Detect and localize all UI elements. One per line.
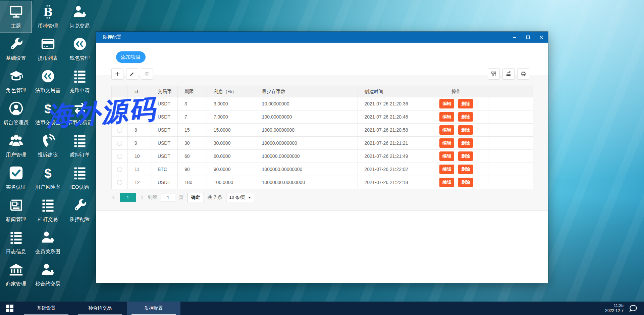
pencil-icon xyxy=(129,71,135,77)
confirm-page-button[interactable]: 确定 xyxy=(187,193,204,202)
table-row[interactable]: 7 USDT 7 7.0000 100.00000000 2021-07-26 … xyxy=(112,110,533,124)
maximize-icon xyxy=(526,35,530,39)
add-project-button[interactable]: 添加项目 xyxy=(116,51,146,63)
desktop-item-user-risk[interactable]: 用户风险率 xyxy=(32,162,64,194)
chevron-down-icon xyxy=(248,197,251,198)
edit-button[interactable]: 编辑 xyxy=(439,178,454,187)
desktop-item-user-manage[interactable]: 用户管理 xyxy=(0,130,32,162)
table-row[interactable]: 11 BTC 90 90.0000 1000000.00000000 2021-… xyxy=(112,163,533,176)
table-row[interactable]: 12 USDT 180 100.0000 10000000.00000000 2… xyxy=(112,176,533,189)
row-radio[interactable] xyxy=(117,101,122,106)
desktop-item-pledge-config[interactable]: 质押配置 xyxy=(64,194,96,226)
taskbar-clock[interactable]: 11:25 2022-12-7 xyxy=(605,303,624,313)
desktop-item-complaint[interactable]: 投诉建议 xyxy=(32,130,64,162)
desktop-item-theme[interactable]: 主题 xyxy=(0,1,32,33)
goto-page-input[interactable] xyxy=(161,193,175,202)
desktop-item-merchant-manage[interactable]: 商家管理 xyxy=(0,259,32,291)
delete-button[interactable]: 删除 xyxy=(458,178,473,187)
desktop-item-role-manage[interactable]: 角色管理 xyxy=(0,65,32,97)
prev-page-button[interactable] xyxy=(111,195,116,200)
delete-button[interactable]: 删除 xyxy=(458,165,473,174)
edit-row-button[interactable] xyxy=(126,68,138,80)
maximize-button[interactable] xyxy=(521,32,535,43)
row-radio[interactable] xyxy=(117,167,122,172)
row-radio[interactable] xyxy=(117,154,122,159)
desktop-item-label: 角色管理 xyxy=(6,87,26,94)
desktop-item-admin[interactable]: 后台管理员 xyxy=(0,97,32,130)
desktop-item-label: 主题 xyxy=(11,23,21,29)
page-size-value: 10 条/页 xyxy=(229,194,246,200)
desktop-item-label: 钱包管理 xyxy=(70,55,90,61)
delete-button[interactable]: 删除 xyxy=(458,112,473,122)
desktop-item-leverage-trade[interactable]: 杠杆交易 xyxy=(32,194,64,226)
table-row[interactable]: 6 USDT 3 3.0000 10.00000000 2021-07-26 2… xyxy=(112,97,533,110)
current-page-button[interactable]: 1 xyxy=(120,193,136,202)
edit-button[interactable]: 编辑 xyxy=(439,112,454,122)
newspaper-icon xyxy=(9,198,23,214)
edit-button[interactable]: 编辑 xyxy=(439,151,454,161)
page-size-select[interactable]: 10 条/页 xyxy=(226,193,255,202)
edit-button[interactable]: 编辑 xyxy=(439,138,454,148)
row-radio[interactable] xyxy=(117,180,122,185)
chevron-left-icon xyxy=(111,195,116,200)
desktop-item-fiat-trade-demand[interactable]: 法币交易需 xyxy=(32,65,64,97)
desktop-item-pledge-order[interactable]: 质押订单 xyxy=(64,130,96,162)
desktop-item-log-info[interactable]: 日志信息 xyxy=(0,226,32,259)
desktop-item-second-contract[interactable]: 秒合约交易 xyxy=(32,259,64,291)
edit-button[interactable]: 编辑 xyxy=(439,99,454,108)
desktop-item-kyc[interactable]: 实名认证 xyxy=(0,162,32,194)
desktop-item-news-manage[interactable]: 新闻管理 xyxy=(0,194,32,226)
row-radio[interactable] xyxy=(117,128,122,133)
table-row[interactable]: 10 USDT 60 60.0000 100000.00000000 2021-… xyxy=(112,150,533,163)
delete-row-button[interactable] xyxy=(141,68,153,80)
desktop-item-fiat-trade-info[interactable]: 法币交易信 xyxy=(32,97,64,130)
window-titlebar[interactable]: 质押配置 xyxy=(96,32,548,43)
chat-bubble-icon[interactable] xyxy=(629,304,638,313)
taskbar-item-second-contract[interactable]: 秒合约交易 xyxy=(73,302,127,315)
columns-toggle-button[interactable] xyxy=(488,68,500,80)
col-header-term: 期限 xyxy=(177,86,207,97)
cell-coin: USDT xyxy=(151,137,177,150)
start-button[interactable] xyxy=(0,302,19,315)
delete-button[interactable]: 删除 xyxy=(458,151,473,161)
export-button[interactable] xyxy=(502,68,515,80)
cell-created: 2021-07-26 21:22:18 xyxy=(358,176,424,189)
export-icon xyxy=(505,71,512,77)
table-row[interactable]: 8 USDT 15 15.0000 1000.00000000 2021-07-… xyxy=(112,124,533,137)
table-row[interactable]: 9 USDT 30 30.0000 10000.00000000 2021-07… xyxy=(112,137,533,150)
cell-empty xyxy=(488,137,533,150)
show-desktop-divider[interactable] xyxy=(643,303,643,314)
delete-button[interactable]: 删除 xyxy=(458,125,473,135)
cell-interest: 7.0000 xyxy=(207,110,255,124)
edit-button[interactable]: 编辑 xyxy=(439,125,454,135)
desktop-item-label: 法币交易需 xyxy=(35,87,60,94)
desktop-item-deposit-apply[interactable]: 充币申请 xyxy=(64,65,96,97)
desktop-item-coin-trade-record[interactable]: 币币交易记 xyxy=(64,97,96,130)
taskbar-item-basic-settings[interactable]: 基础设置 xyxy=(19,302,73,315)
list-icon xyxy=(72,133,87,149)
delete-button[interactable]: 删除 xyxy=(458,138,473,148)
cell-term: 60 xyxy=(177,150,207,163)
desktop-item-coin-manage[interactable]: 币种管理 xyxy=(32,1,64,33)
minimize-button[interactable] xyxy=(508,32,521,43)
row-radio[interactable] xyxy=(117,115,122,120)
phone-icon xyxy=(41,133,55,149)
close-button[interactable] xyxy=(535,32,548,43)
edit-button[interactable]: 编辑 xyxy=(439,165,454,174)
minimize-icon xyxy=(513,35,517,39)
desktop-item-member-graph[interactable]: 会员关系图 xyxy=(32,226,64,259)
desktop-item-withdraw-list[interactable]: 提币列表 xyxy=(32,33,64,65)
col-header-empty xyxy=(488,86,533,97)
delete-button[interactable]: 删除 xyxy=(458,99,473,108)
taskbar-item-pledge-config[interactable]: 质押配置 xyxy=(127,302,180,315)
desktop-item-wallet-manage[interactable]: 钱包管理 xyxy=(64,33,96,65)
desktop-item-label: 提币列表 xyxy=(38,55,58,61)
next-page-button[interactable] xyxy=(140,195,144,200)
desktop-item-flash-exchange[interactable]: 闪兑交易 xyxy=(64,1,96,33)
cell-interest: 3.0000 xyxy=(207,97,255,110)
print-button[interactable] xyxy=(517,68,529,80)
desktop-item-basic-settings[interactable]: 基础设置 xyxy=(0,33,32,65)
row-radio[interactable] xyxy=(117,141,122,146)
add-row-button[interactable] xyxy=(111,68,123,80)
desktop-item-ieo[interactable]: IEO认购 xyxy=(64,162,96,194)
